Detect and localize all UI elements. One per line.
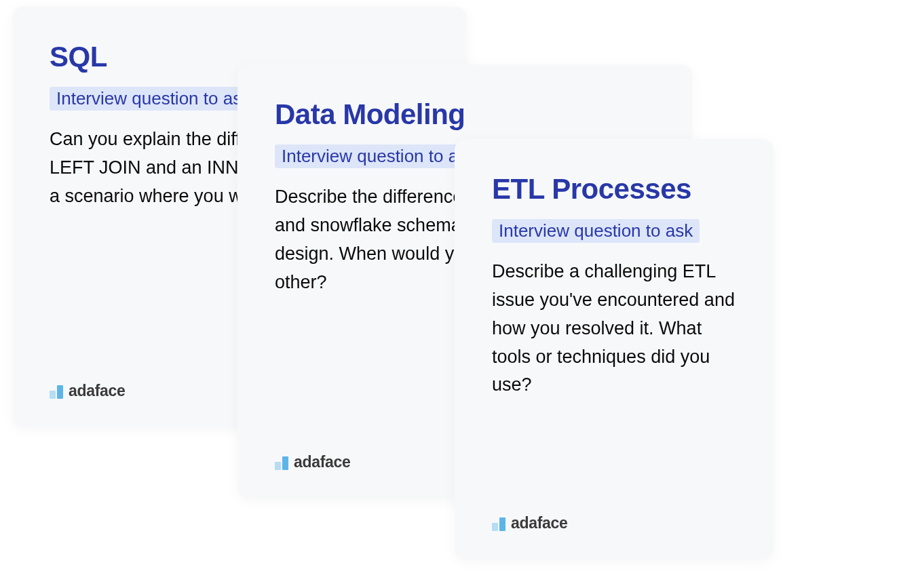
interview-card-etl-processes: ETL Processes Interview question to ask … xyxy=(455,139,774,560)
card-footer: adaface xyxy=(275,453,351,471)
card-footer: adaface xyxy=(492,514,568,532)
card-subtitle-badge: Interview question to ask xyxy=(275,144,482,168)
card-body-text: Describe a challenging ETL issue you've … xyxy=(492,258,736,399)
adaface-logo-icon xyxy=(275,455,288,470)
card-title: ETL Processes xyxy=(492,173,736,205)
brand-label: adaface xyxy=(511,514,568,532)
card-footer: adaface xyxy=(50,382,126,400)
adaface-logo-icon xyxy=(50,384,63,399)
brand-label: adaface xyxy=(294,453,351,471)
card-title: Data Modeling xyxy=(275,98,655,131)
card-subtitle-badge: Interview question to ask xyxy=(492,219,700,243)
brand-label: adaface xyxy=(69,382,126,400)
card-subtitle-badge: Interview question to ask xyxy=(50,87,257,111)
adaface-logo-icon xyxy=(492,516,505,531)
